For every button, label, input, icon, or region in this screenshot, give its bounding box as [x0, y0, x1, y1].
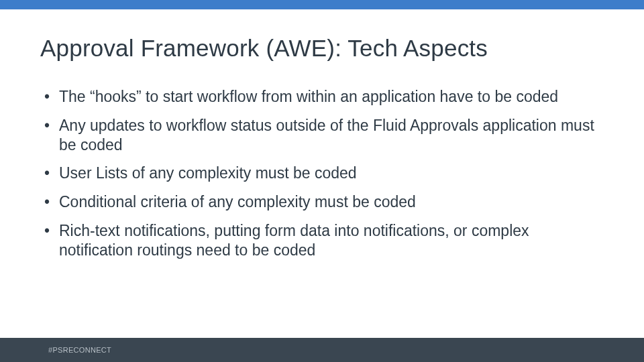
list-item: The “hooks” to start workflow from withi… — [40, 87, 604, 107]
list-item: Rich-text notifications, putting form da… — [40, 221, 604, 260]
slide-content: Approval Framework (AWE): Tech Aspects T… — [0, 9, 644, 259]
list-item: Conditional criteria of any complexity m… — [40, 192, 604, 212]
slide-title: Approval Framework (AWE): Tech Aspects — [40, 35, 604, 62]
bullet-list: The “hooks” to start workflow from withi… — [40, 87, 604, 259]
list-item: User Lists of any complexity must be cod… — [40, 164, 604, 183]
footer-hashtag: #PSRECONNECT — [48, 346, 111, 354]
footer-bar: #PSRECONNECT — [0, 338, 644, 362]
top-accent-bar — [0, 0, 644, 9]
list-item: Any updates to workflow status outside o… — [40, 116, 604, 155]
